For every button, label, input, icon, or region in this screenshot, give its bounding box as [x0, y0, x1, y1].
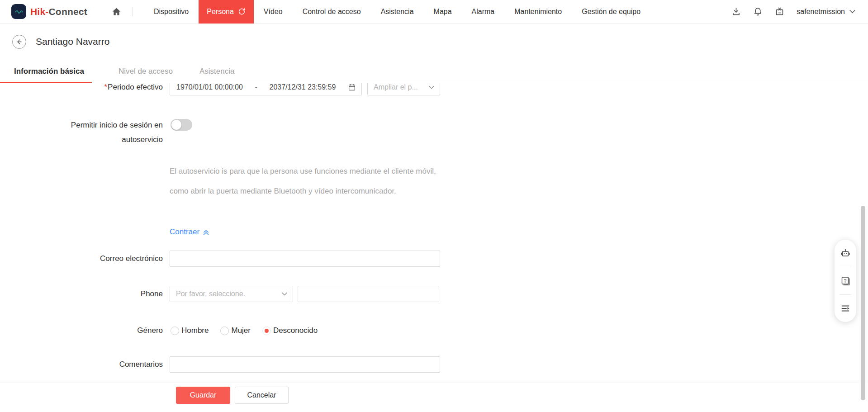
- robot-assistant-icon[interactable]: [840, 248, 851, 259]
- extend-period-select[interactable]: Ampliar el p...: [367, 83, 440, 95]
- main-navigation: Dispositivo Persona Vídeo Control de acc…: [144, 0, 650, 24]
- nav-divider: [133, 7, 133, 16]
- comments-label: Comentarios: [0, 356, 163, 373]
- notification-bell-icon[interactable]: [753, 7, 763, 16]
- phone-number-box: [298, 286, 439, 302]
- tab-bar: Información básica Nivel de acceso Asist…: [0, 53, 868, 83]
- tab-nivel-de-acceso[interactable]: Nivel de acceso: [119, 53, 173, 83]
- gender-option-hombre[interactable]: Hombre: [171, 326, 209, 335]
- self-service-help-text: El autoservicio is para que la persona u…: [170, 161, 513, 201]
- collapse-chevrons-icon: [203, 229, 209, 236]
- brand-name: Hik-Connect: [30, 6, 87, 17]
- save-button[interactable]: Guardar: [176, 387, 230, 404]
- gender-option-desconocido[interactable]: Desconocido: [262, 326, 318, 335]
- calendar-icon[interactable]: [348, 83, 356, 91]
- floating-tool-pill: ?: [835, 240, 856, 322]
- nav-item-control-de-acceso[interactable]: Control de acceso: [293, 0, 371, 24]
- collapse-link[interactable]: Contraer: [170, 227, 209, 237]
- effective-period-label: Periodo efectivo: [0, 83, 163, 95]
- nav-item-asistencia[interactable]: Asistencia: [371, 0, 424, 24]
- download-icon[interactable]: [731, 7, 741, 16]
- pill-divider: [840, 294, 851, 295]
- phone-label: Phone: [0, 286, 163, 302]
- gender-option-mujer[interactable]: Mujer: [220, 326, 251, 335]
- chevron-down-icon: [282, 292, 287, 296]
- gender-radio-group: Hombre Mujer Desconocido: [171, 326, 318, 335]
- tab-informacion-basica[interactable]: Información básica: [0, 53, 92, 83]
- email-field[interactable]: [170, 251, 440, 266]
- back-arrow-icon: [15, 38, 23, 46]
- radio-icon: [220, 327, 229, 335]
- period-start-value: 1970/01/01 00:00:00: [176, 83, 243, 91]
- back-button[interactable]: [12, 35, 26, 49]
- pill-divider: [840, 267, 851, 267]
- tab-asistencia[interactable]: Asistencia: [199, 53, 234, 83]
- chevron-down-icon: [849, 9, 855, 14]
- nav-item-alarma[interactable]: Alarma: [462, 0, 505, 24]
- self-service-toggle[interactable]: [171, 119, 192, 131]
- cancel-button[interactable]: Cancelar: [235, 387, 289, 404]
- footer-divider: [0, 383, 868, 383]
- home-icon[interactable]: [112, 7, 121, 16]
- refresh-icon: [238, 8, 246, 15]
- nav-item-mantenimiento[interactable]: Mantenimiento: [504, 0, 572, 24]
- self-service-label: Permitir inicio de sesión en autoservici…: [0, 118, 163, 147]
- company-logo-icon: [11, 4, 26, 19]
- username: safenetmission: [797, 8, 845, 16]
- page-header: Santiago Navarro: [0, 24, 868, 53]
- phone-number-field[interactable]: [298, 286, 439, 302]
- hik-connect-app: Hik-Connect Dispositivo Persona Vídeo Co…: [0, 0, 868, 412]
- phone-country-select[interactable]: Por favor, seleccione.: [170, 286, 293, 302]
- comments-field-box: [170, 356, 440, 373]
- nav-item-gestion-de-equipo[interactable]: Gestión de equipo: [572, 0, 650, 24]
- nav-item-persona[interactable]: Persona: [199, 0, 254, 24]
- toolbox-icon[interactable]: [775, 7, 784, 16]
- effective-period-range-input[interactable]: 1970/01/01 00:00:00 - 2037/12/31 23:59:5…: [170, 83, 362, 95]
- nav-item-dispositivo[interactable]: Dispositivo: [144, 0, 199, 24]
- toggle-knob: [171, 120, 181, 130]
- radio-icon: [171, 327, 179, 335]
- email-field-box: [170, 251, 440, 267]
- period-separator: -: [255, 83, 257, 91]
- radio-selected-icon: [262, 327, 271, 335]
- gender-label: Género: [0, 326, 163, 335]
- user-menu[interactable]: safenetmission: [797, 8, 855, 16]
- basic-info-form: Periodo efectivo 1970/01/01 00:00:00 - 2…: [0, 83, 868, 412]
- collapse-panel-icon[interactable]: [840, 303, 851, 314]
- brand-logo[interactable]: Hik-Connect: [11, 4, 87, 19]
- help-manual-icon[interactable]: ?: [840, 275, 851, 286]
- nav-item-video[interactable]: Vídeo: [254, 0, 293, 24]
- nav-item-mapa[interactable]: Mapa: [424, 0, 462, 24]
- period-end-value: 2037/12/31 23:59:59: [269, 83, 336, 91]
- email-label: Correo electrónico: [0, 251, 163, 267]
- top-navbar: Hik-Connect Dispositivo Persona Vídeo Co…: [0, 0, 868, 24]
- svg-text:?: ?: [844, 278, 846, 284]
- vertical-scrollbar-thumb[interactable]: [861, 206, 865, 400]
- navbar-right: safenetmission: [731, 7, 868, 16]
- page-title: Santiago Navarro: [36, 36, 109, 47]
- comments-field[interactable]: [170, 357, 440, 372]
- chevron-down-icon: [429, 85, 434, 89]
